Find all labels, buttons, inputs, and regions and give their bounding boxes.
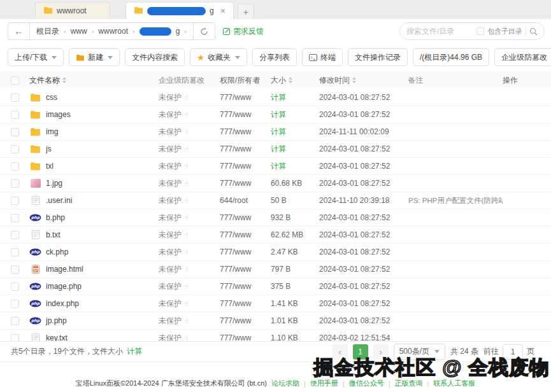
table-row[interactable]: php b.php 未保护 ☝ 777/www 932 B 2024-03-01… — [0, 209, 551, 227]
file-name[interactable]: 1.jpg — [46, 179, 62, 188]
file-name[interactable]: img — [46, 127, 58, 136]
protect-status[interactable]: 未保护 — [159, 213, 182, 223]
favorites-button[interactable]: ★ 收藏夹 — [190, 48, 247, 66]
file-size[interactable]: 计算 — [271, 127, 319, 137]
protect-status[interactable]: 未保护 — [159, 144, 182, 155]
table-row[interactable]: php index.php 未保护 ☝ 777/www 1.41 KB 2024… — [0, 295, 551, 312]
feedback-link[interactable]: 需求反馈 — [223, 26, 264, 37]
content-search-button[interactable]: 文件内容搜索 — [125, 48, 185, 66]
terminal-button[interactable]: 终端 — [302, 48, 343, 66]
support-link[interactable]: 联系人工客服 — [433, 379, 475, 388]
row-checkbox[interactable] — [11, 248, 19, 256]
header-mtime[interactable]: 修改时间 — [319, 75, 408, 86]
table-row[interactable]: php image.html 未保护 ☝ 777/www 797 B 2024-… — [0, 261, 551, 278]
protect-status[interactable]: 未保护 — [159, 195, 182, 206]
file-name[interactable]: image.php — [46, 282, 82, 291]
file-name[interactable]: index.php — [46, 299, 79, 308]
file-name[interactable]: txl — [46, 162, 54, 171]
disk-space-button[interactable]: /(根目录)44.96 GB — [413, 48, 489, 66]
select-all-checkbox[interactable] — [11, 76, 19, 85]
breadcrumb-root[interactable]: 根目录 — [36, 26, 59, 37]
row-checkbox[interactable] — [11, 334, 19, 342]
file-name[interactable]: b.txt — [46, 230, 61, 239]
protect-status[interactable]: 未保护 — [159, 264, 182, 275]
row-checkbox[interactable] — [11, 145, 19, 153]
forum-help-link[interactable]: 论坛求助 — [271, 379, 299, 388]
protect-status[interactable]: 未保护 — [159, 298, 182, 309]
row-checkbox[interactable] — [11, 162, 19, 171]
include-subdir-checkbox[interactable] — [476, 27, 484, 35]
row-checkbox[interactable] — [11, 197, 19, 205]
file-name[interactable]: image.html — [46, 265, 83, 274]
protect-status[interactable]: 未保护 — [159, 161, 182, 172]
table-row[interactable]: php images 未保护 ☝ 777/www 计算 2024-03-01 0… — [0, 106, 551, 123]
row-checkbox[interactable] — [11, 231, 19, 239]
row-checkbox[interactable] — [11, 317, 19, 325]
table-row[interactable]: php ck.php 未保护 ☝ 777/www 2.47 KB 2024-03… — [0, 244, 551, 261]
protect-status[interactable]: 未保护 — [159, 281, 182, 292]
goto-page-input[interactable]: 1 — [503, 344, 523, 360]
row-checkbox[interactable] — [11, 214, 19, 222]
row-checkbox[interactable] — [11, 283, 19, 291]
prev-page-button[interactable]: ‹ — [333, 344, 348, 360]
table-row[interactable]: php jp.php 未保护 ☝ 777/www 1.01 KB 2024-03… — [0, 312, 551, 330]
manual-link[interactable]: 使用手册 — [310, 379, 338, 388]
table-row[interactable]: php key.txt 未保护 ☝ 777/www 1.10 KB 2024-0… — [0, 330, 551, 341]
row-checkbox[interactable] — [11, 94, 19, 102]
table-row[interactable]: php image.php 未保护 ☝ 777/www 375 B 2024-0… — [0, 278, 551, 295]
table-row[interactable]: php b.txt 未保护 ☝ 777/www 62.62 MB 2024-03… — [0, 227, 551, 244]
header-file-name[interactable]: 文件名称 — [29, 75, 159, 86]
file-name[interactable]: .user.ini — [46, 196, 72, 205]
file-size[interactable]: 计算 — [271, 144, 319, 155]
license-check-link[interactable]: 正版查询 — [395, 379, 423, 388]
file-size[interactable]: 计算 — [271, 92, 319, 103]
search-icon[interactable] — [529, 27, 538, 36]
breadcrumb-www[interactable]: www — [71, 27, 87, 36]
table-row[interactable]: php img 未保护 ☝ 777/www 计算 2024-11-11 00:0… — [0, 123, 551, 141]
tab-current-site[interactable]: g × — [125, 2, 234, 19]
row-checkbox[interactable] — [11, 265, 19, 274]
table-row[interactable]: php 1.jpg 未保护 ☝ 777/www 60.68 KB 2024-03… — [0, 175, 551, 192]
row-checkbox[interactable] — [11, 128, 19, 136]
share-list-button[interactable]: 分享列表 — [252, 48, 297, 66]
tamper-proof-button[interactable]: 企业级防篡改 — [494, 48, 551, 66]
file-size[interactable]: 计算 — [271, 109, 319, 120]
page-size-select[interactable]: 500条/页 — [394, 344, 445, 360]
file-name[interactable]: b.php — [46, 213, 65, 222]
new-tab-button[interactable]: + — [238, 4, 254, 19]
tab-close-icon[interactable]: × — [220, 6, 225, 15]
protect-status[interactable]: 未保护 — [159, 127, 182, 137]
refresh-button[interactable] — [194, 22, 215, 40]
upload-download-button[interactable]: 上传/下载 — [8, 48, 64, 66]
file-name[interactable]: images — [46, 110, 71, 119]
tab-wwwroot[interactable]: wwwroot — [35, 2, 110, 19]
next-page-button[interactable]: › — [373, 344, 389, 360]
search-input[interactable] — [406, 27, 473, 36]
row-checkbox[interactable] — [11, 300, 19, 308]
file-name[interactable]: key.txt — [46, 333, 68, 341]
new-file-button[interactable]: 新建 — [69, 48, 120, 66]
protect-status[interactable]: 未保护 — [159, 247, 182, 258]
protect-status[interactable]: 未保护 — [159, 230, 182, 241]
back-button[interactable]: ← — [8, 22, 29, 40]
breadcrumb-wwwroot[interactable]: wwwroot — [98, 27, 128, 36]
table-row[interactable]: php txl 未保护 ☝ 777/www 计算 2024-03-01 08:2… — [0, 158, 551, 175]
protect-status[interactable]: 未保护 — [159, 178, 182, 189]
protect-status[interactable]: 未保护 — [159, 92, 182, 103]
row-checkbox[interactable] — [11, 179, 19, 188]
table-row[interactable]: php js 未保护 ☝ 777/www 计算 2024-03-01 08:27… — [0, 141, 551, 158]
row-checkbox[interactable] — [11, 111, 19, 119]
file-name[interactable]: js — [46, 144, 52, 153]
protect-status[interactable]: 未保护 — [159, 316, 182, 326]
file-size[interactable]: 计算 — [271, 161, 319, 172]
wechat-link[interactable]: 微信公众号 — [349, 379, 384, 388]
current-page-button[interactable]: 1 — [353, 344, 368, 360]
table-row[interactable]: php .user.ini 未保护 ☝ 644/root 50 B 2024-1… — [0, 192, 551, 209]
header-size[interactable]: 大小 — [271, 75, 319, 86]
file-name[interactable]: ck.php — [46, 248, 68, 256]
file-log-button[interactable]: 文件操作记录 — [348, 48, 408, 66]
file-name[interactable]: css — [46, 93, 57, 102]
file-name[interactable]: jp.php — [46, 316, 67, 325]
protect-status[interactable]: 未保护 — [159, 109, 182, 120]
table-row[interactable]: php css 未保护 ☝ 777/www 计算 2024-03-01 08:2… — [0, 89, 551, 106]
